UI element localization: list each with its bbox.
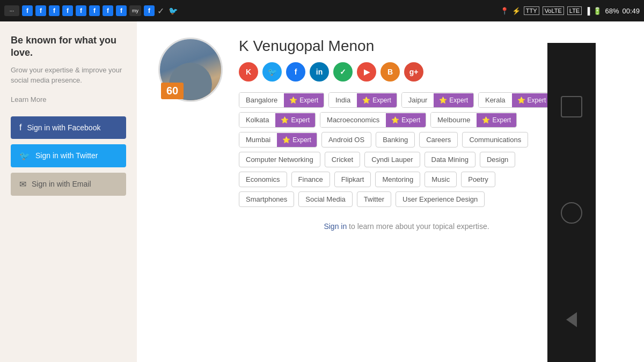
sidebar: Be known for what you love. Grow your ex…: [0, 21, 137, 362]
content-area: 60 K Venugopal Menon K 🐦 f in ✓ ▶ B g+: [137, 21, 596, 362]
fb-icon-2: f: [35, 5, 46, 16]
tag-data-mining[interactable]: Data Mining: [425, 152, 475, 167]
bluetooth-icon: ⚡: [512, 7, 521, 15]
status-bar: ··· f f f f f f f f my f ✓ 🐦 📍 ⚡ TTY VoL…: [0, 0, 644, 21]
tag-poetry[interactable]: Poetry: [461, 172, 495, 187]
right-nav: [547, 43, 596, 362]
twitter-btn-icon: 🐦: [19, 151, 30, 161]
avatar-wrapper: 60: [158, 38, 223, 102]
facebook-btn-label: Sign in with Facebook: [27, 123, 100, 132]
expert-tags-row-2: Kolkata ⭐ Expert Macroeconomics ⭐ Expert…: [239, 112, 574, 128]
signal-bars: ▐: [585, 7, 590, 15]
circle-nav-button[interactable]: [561, 202, 582, 224]
learn-more-link[interactable]: Learn More: [11, 95, 126, 104]
fb-icon-7: f: [103, 5, 113, 16]
linkedin-icon[interactable]: in: [310, 62, 329, 82]
facebook-btn-icon: f: [19, 123, 21, 132]
footer-signin: Sign in to learn more about your topical…: [239, 211, 574, 241]
tag-jaipur[interactable]: Jaipur ⭐ Expert: [401, 92, 474, 108]
youtube-icon[interactable]: ▶: [357, 62, 376, 82]
email-btn-icon: ✉: [19, 179, 26, 189]
tag-flipkart[interactable]: Flipkart: [334, 172, 371, 187]
battery-percent: 68%: [605, 7, 619, 15]
plain-tags-row-4: Computer Networking Cricket Cyndi Lauper…: [239, 152, 574, 167]
sidebar-tagline: Be known for what you love.: [11, 34, 126, 60]
klout-icon[interactable]: K: [239, 62, 258, 82]
tag-mumbai[interactable]: Mumbai ⭐ Expert: [239, 132, 317, 147]
check-icon: ✓: [157, 6, 164, 16]
square-nav-button[interactable]: [561, 96, 582, 117]
expert-tags-row-3: Mumbai ⭐ Expert Android OS Banking Caree…: [239, 132, 574, 147]
profile-name: K Venugopal Menon: [239, 38, 574, 55]
tag-computer-networking[interactable]: Computer Networking: [239, 152, 320, 167]
tag-kolkata[interactable]: Kolkata ⭐ Expert: [239, 112, 316, 128]
tag-bangalore[interactable]: Bangalore ⭐ Expert: [239, 92, 324, 108]
volte-label: VoLTE: [543, 6, 564, 15]
tag-twitter[interactable]: Twitter: [357, 191, 391, 207]
tag-cyndi-lauper[interactable]: Cyndi Lauper: [364, 152, 420, 167]
signin-facebook-button[interactable]: f Sign in with Facebook: [11, 116, 126, 139]
tag-careers[interactable]: Careers: [419, 132, 458, 147]
googleplus-icon[interactable]: g+: [404, 62, 423, 82]
tag-mentoring[interactable]: Mentoring: [375, 172, 420, 187]
footer-signin-text: to learn more about your topical experti…: [347, 222, 489, 231]
fb-icon-8: f: [116, 5, 127, 16]
location-icon: 📍: [500, 7, 509, 15]
fb-icon-4: f: [62, 5, 73, 16]
signin-email-button[interactable]: ✉ Sign in with Email: [11, 173, 126, 196]
plain-tags-row-6: Smartphones Social Media Twitter User Ex…: [239, 191, 574, 207]
tag-smartphones[interactable]: Smartphones: [239, 191, 294, 207]
tag-user-experience-design[interactable]: User Experience Design: [396, 191, 485, 207]
myspace-icon: my: [129, 5, 141, 16]
blogger-icon[interactable]: B: [380, 62, 400, 82]
tag-design[interactable]: Design: [480, 152, 515, 167]
tag-android-os[interactable]: Android OS: [321, 132, 371, 147]
expert-tags-row-1: Bangalore ⭐ Expert India ⭐ Expert Jaipur…: [239, 92, 574, 108]
profile-info: K Venugopal Menon K 🐦 f in ✓ ▶ B g+ Bang…: [239, 38, 574, 241]
fb-icon-5: f: [76, 5, 86, 16]
tag-india[interactable]: India ⭐ Expert: [328, 92, 397, 108]
twitter-icon[interactable]: 🐦: [262, 62, 282, 82]
plain-tags-row-5: Economics Finance Flipkart Mentoring Mus…: [239, 172, 574, 187]
facebook-icon[interactable]: f: [286, 62, 305, 82]
social-icons-row: K 🐦 f in ✓ ▶ B g+: [239, 62, 574, 82]
tag-macroeconomics[interactable]: Macroeconomics ⭐ Expert: [320, 112, 426, 128]
tag-music[interactable]: Music: [425, 172, 457, 187]
tag-cricket[interactable]: Cricket: [325, 152, 360, 167]
twitter-btn-label: Sign in with Twitter: [35, 151, 98, 160]
profile-section: 60 K Venugopal Menon K 🐦 f in ✓ ▶ B g+: [158, 38, 574, 241]
fb-icon-1: f: [22, 5, 33, 16]
footer-signin-link[interactable]: Sign in: [324, 222, 347, 231]
tag-banking[interactable]: Banking: [376, 132, 415, 147]
tag-communications[interactable]: Communications: [462, 132, 528, 147]
tag-melbourne[interactable]: Melbourne ⭐ Expert: [430, 112, 517, 128]
sidebar-description: Grow your expertise & improve your socia…: [11, 65, 126, 86]
tag-kerala[interactable]: Kerala ⭐ Expert: [478, 92, 552, 108]
tag-social-media[interactable]: Social Media: [298, 191, 352, 207]
status-bar-icons: ··· f f f f f f f f my f ✓ 🐦: [4, 5, 497, 16]
check-social-icon[interactable]: ✓: [333, 62, 353, 82]
fb-icon-3: f: [49, 5, 60, 16]
email-btn-label: Sign in with Email: [32, 180, 91, 188]
tag-finance[interactable]: Finance: [291, 172, 330, 187]
status-bar-right: 📍 ⚡ TTY VoLTE LTE ▐ 🔋 68% 00:49: [500, 6, 640, 15]
clock: 00:49: [622, 7, 640, 15]
main-layout: Be known for what you love. Grow your ex…: [0, 21, 596, 362]
battery-icon: 🔋: [593, 7, 602, 15]
tty-label: TTY: [524, 6, 539, 15]
lte-label: LTE: [567, 6, 582, 15]
back-nav-button[interactable]: [561, 309, 582, 330]
fb-icon-9: f: [144, 5, 155, 16]
twitter-status-icon: 🐦: [167, 5, 179, 16]
signin-twitter-button[interactable]: 🐦 Sign in with Twitter: [11, 144, 126, 167]
klout-score: 60: [161, 83, 184, 99]
dots-icon: ···: [4, 5, 19, 16]
tag-economics[interactable]: Economics: [239, 172, 287, 187]
fb-icon-6: f: [89, 5, 100, 16]
